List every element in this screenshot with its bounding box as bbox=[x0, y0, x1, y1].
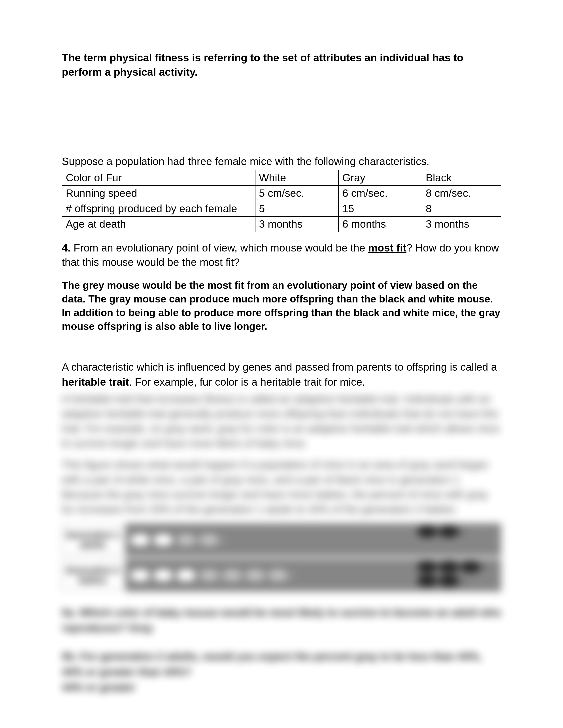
cell-value: 3 months bbox=[422, 216, 501, 232]
mouse-icon bbox=[417, 525, 437, 538]
generation-row-2: Generation 2 babies bbox=[62, 559, 501, 592]
heritable-tail-text: . For example, fur color is a heritable … bbox=[129, 376, 365, 388]
generation-figure: Generation 1 adults Generation 2 babies bbox=[62, 523, 501, 592]
cell-value: 3 months bbox=[255, 216, 339, 232]
heritable-lead-text: A characteristic which is influenced by … bbox=[62, 361, 497, 373]
mouse-icon bbox=[267, 569, 289, 582]
cell-value: 15 bbox=[339, 201, 422, 216]
question-number: 4. bbox=[62, 242, 71, 254]
most-fit-phrase: most fit bbox=[368, 242, 406, 254]
generation-2-label: Generation 2 babies bbox=[62, 561, 124, 590]
mouse-icon bbox=[439, 575, 459, 587]
answer-4: The grey mouse would be the most fit fro… bbox=[62, 278, 501, 333]
mouse-icon bbox=[176, 569, 196, 582]
question-5b: 5b. For generation 2 adults, would you e… bbox=[62, 649, 501, 695]
mouse-icon bbox=[417, 561, 437, 573]
table-row: Running speed 5 cm/sec. 6 cm/sec. 8 cm/s… bbox=[62, 186, 501, 201]
cell-value: 6 months bbox=[339, 216, 422, 232]
document-page: The term physical fitness is referring t… bbox=[0, 0, 563, 728]
mouse-icon bbox=[417, 575, 437, 587]
mouse-icon bbox=[461, 561, 480, 573]
mouse-icon bbox=[130, 533, 150, 546]
heritable-trait-paragraph: A characteristic which is influenced by … bbox=[62, 360, 501, 389]
cell-value: Black bbox=[422, 170, 501, 186]
mouse-icon bbox=[222, 569, 242, 582]
spacer bbox=[62, 333, 501, 360]
mouse-icon bbox=[153, 569, 173, 582]
question-5a: 5a. Which color of baby mouse would be m… bbox=[62, 605, 501, 636]
intro-statement: The term physical fitness is referring t… bbox=[62, 51, 501, 79]
table-row: Color of Fur White Gray Black bbox=[62, 170, 501, 186]
cell-label: Age at death bbox=[62, 216, 255, 232]
cell-value: 8 cm/sec. bbox=[422, 186, 501, 201]
cell-label: Running speed bbox=[62, 186, 255, 201]
generation-2-strip bbox=[125, 559, 501, 592]
q5b-answer: 44% or greater bbox=[62, 681, 135, 693]
mouse-icon bbox=[130, 569, 150, 582]
mouse-icon bbox=[244, 569, 265, 582]
generation-row-1: Generation 1 adults bbox=[62, 523, 501, 556]
mouse-icon bbox=[199, 569, 219, 582]
question-text-lead: From an evolutionary point of view, whic… bbox=[71, 242, 368, 254]
cell-value: 8 bbox=[422, 201, 501, 216]
mouse-icon bbox=[439, 525, 459, 538]
spacer bbox=[62, 79, 501, 154]
cell-value: 5 cm/sec. bbox=[255, 186, 339, 201]
blurred-paragraph: A heritable trait that increases fitness… bbox=[62, 392, 501, 451]
cell-label: Color of Fur bbox=[62, 170, 255, 186]
suppose-line: Suppose a population had three female mi… bbox=[62, 154, 501, 169]
cell-value: 6 cm/sec. bbox=[339, 186, 422, 201]
blurred-preview-region: A heritable trait that increases fitness… bbox=[62, 392, 501, 695]
mice-characteristics-table: Color of Fur White Gray Black Running sp… bbox=[62, 170, 501, 232]
question-4: 4. From an evolutionary point of view, w… bbox=[62, 241, 501, 270]
q5a-text: 5a. Which color of baby mouse would be m… bbox=[62, 607, 501, 634]
table-row: # offspring produced by each female 5 15… bbox=[62, 201, 501, 216]
q5b-text: 5b. For generation 2 adults, would you e… bbox=[62, 651, 482, 678]
generation-1-label: Generation 1 adults bbox=[62, 525, 124, 554]
generation-1-strip bbox=[125, 523, 501, 556]
cell-value: 5 bbox=[255, 201, 339, 216]
cell-value: Gray bbox=[339, 170, 422, 186]
mouse-icon bbox=[439, 561, 459, 573]
mouse-icon bbox=[199, 533, 219, 546]
mouse-icon bbox=[153, 533, 173, 546]
table-row: Age at death 3 months 6 months 3 months bbox=[62, 216, 501, 232]
mouse-icon bbox=[176, 533, 196, 546]
heritable-trait-term: heritable trait bbox=[62, 376, 129, 388]
cell-label: # offspring produced by each female bbox=[62, 201, 255, 216]
cell-value: White bbox=[255, 170, 339, 186]
blurred-paragraph: This figure shows what would happen if a… bbox=[62, 457, 501, 517]
